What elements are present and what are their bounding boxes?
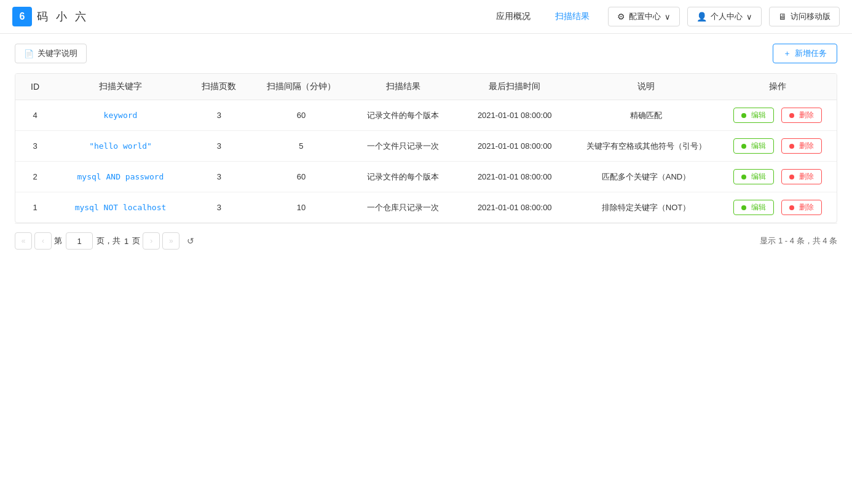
cell-interval: 60 (252, 100, 350, 131)
last-icon: » (169, 237, 173, 245)
cell-result: 记录文件的每个版本 (350, 162, 456, 192)
edit-dot (741, 175, 746, 179)
cell-pages: 3 (186, 192, 252, 223)
delete-label: 删除 (799, 110, 814, 120)
cell-keyword: "hello world" (55, 131, 186, 162)
user-center-label: 个人中心 (711, 11, 743, 22)
monitor-icon: 🖥 (778, 12, 787, 22)
cell-keyword: mysql NOT localhost (55, 192, 186, 223)
edit-dot (741, 205, 746, 210)
logo-area: 6 码 小 六 (12, 7, 89, 26)
next-icon: › (150, 237, 152, 245)
cell-desc: 排除特定关键字（NOT） (574, 192, 718, 223)
edit-button[interactable]: 编辑 (733, 138, 774, 154)
table-header-row: ID 扫描关键字 扫描页数 扫描间隔（分钟） 扫描结果 最后扫描时间 说明 操作 (15, 74, 837, 100)
edit-button[interactable]: 编辑 (733, 169, 774, 184)
col-header-id: ID (15, 74, 55, 100)
col-header-result: 扫描结果 (350, 74, 456, 100)
plus-icon: ＋ (783, 48, 791, 59)
cell-desc: 匹配多个关键字（AND） (574, 162, 718, 192)
header-actions: ⚙ 配置中心 ∨ 👤 个人中心 ∨ 🖥 访问移动版 (608, 7, 840, 26)
logo-title: 码 小 六 (37, 9, 89, 24)
table-row: 3 "hello world" 3 5 一个文件只记录一次 2021-01-01… (15, 131, 837, 162)
user-center-button[interactable]: 👤 个人中心 ∨ (687, 7, 762, 26)
mobile-version-label: 访问移动版 (791, 11, 830, 22)
display-text: 显示 1 - 4 条，共 4 条 (760, 236, 837, 245)
next-page-button[interactable]: › (143, 232, 160, 250)
col-header-action: 操作 (719, 74, 837, 100)
prev-page-button[interactable]: ‹ (34, 232, 52, 250)
cell-id: 3 (15, 131, 55, 162)
header: 6 码 小 六 应用概况 扫描结果 ⚙ 配置中心 ∨ 👤 个人中心 ∨ 🖥 访问… (0, 0, 852, 34)
cell-interval: 60 (252, 162, 350, 192)
delete-dot (789, 113, 794, 118)
delete-dot (789, 175, 794, 179)
edit-dot (741, 113, 746, 118)
toolbar: 📄 关键字说明 ＋ 新增任务 (15, 44, 837, 63)
cell-pages: 3 (186, 131, 252, 162)
pagination: « ‹ 第 页，共 1 页 › » ↺ 显示 1 - 4 条，共 4 (15, 223, 837, 258)
delete-button[interactable]: 删除 (781, 200, 822, 215)
cell-keyword: mysql AND password (55, 162, 186, 192)
edit-dot (741, 144, 746, 149)
cell-keyword: keyword (55, 100, 186, 131)
edit-button[interactable]: 编辑 (733, 200, 774, 215)
cell-desc: 精确匹配 (574, 100, 718, 131)
table-row: 4 keyword 3 60 记录文件的每个版本 2021-01-01 08:0… (15, 100, 837, 131)
refresh-button[interactable]: ↺ (182, 232, 199, 250)
cell-last-scan: 2021-01-01 08:00:00 (456, 192, 574, 223)
main-content: 📄 关键字说明 ＋ 新增任务 ID 扫描关键字 扫描页数 扫描间隔（分钟） 扫描… (0, 34, 852, 268)
delete-label: 删除 (799, 202, 814, 213)
last-page-button[interactable]: » (162, 232, 179, 250)
cell-action: 编辑 删除 (719, 192, 837, 223)
cell-result: 一个仓库只记录一次 (350, 192, 456, 223)
nav-app-overview[interactable]: 应用概况 (496, 9, 531, 25)
page-label-pre: 第 (54, 235, 62, 246)
user-icon: 👤 (696, 12, 707, 22)
first-page-button[interactable]: « (15, 232, 32, 250)
cell-action: 编辑 删除 (719, 162, 837, 192)
main-nav: 应用概况 扫描结果 (496, 9, 590, 25)
edit-label: 编辑 (751, 141, 766, 151)
cell-action: 编辑 删除 (719, 100, 837, 131)
cell-result: 一个文件只记录一次 (350, 131, 456, 162)
logo-icon: 6 (12, 7, 32, 26)
cell-action: 编辑 删除 (719, 131, 837, 162)
add-task-button[interactable]: ＋ 新增任务 (773, 44, 837, 63)
col-header-desc: 说明 (574, 74, 718, 100)
pagination-left: « ‹ 第 页，共 1 页 › » ↺ (15, 232, 199, 250)
edit-label: 编辑 (751, 110, 766, 120)
first-icon: « (22, 237, 26, 245)
col-header-interval: 扫描间隔（分钟） (252, 74, 350, 100)
delete-button[interactable]: 删除 (781, 108, 822, 123)
keyword-desc-label: 关键字说明 (37, 48, 77, 59)
cell-last-scan: 2021-01-01 08:00:00 (456, 100, 574, 131)
delete-button[interactable]: 删除 (781, 138, 822, 154)
nav-scan-result[interactable]: 扫描结果 (555, 9, 590, 25)
delete-label: 删除 (799, 171, 814, 182)
table-row: 2 mysql AND password 3 60 记录文件的每个版本 2021… (15, 162, 837, 192)
cell-pages: 3 (186, 100, 252, 131)
cell-interval: 5 (252, 131, 350, 162)
total-pages: 1 (124, 237, 128, 246)
chevron-down-icon: ∨ (665, 12, 671, 22)
config-center-button[interactable]: ⚙ 配置中心 ∨ (608, 7, 680, 26)
refresh-icon: ↺ (187, 236, 194, 246)
cell-last-scan: 2021-01-01 08:00:00 (456, 131, 574, 162)
cell-id: 4 (15, 100, 55, 131)
col-header-keyword: 扫描关键字 (55, 74, 186, 100)
delete-dot (789, 205, 794, 210)
edit-button[interactable]: 编辑 (733, 108, 774, 123)
gear-icon: ⚙ (617, 12, 625, 22)
doc-icon: 📄 (24, 49, 34, 58)
page-number-input[interactable] (66, 232, 93, 250)
mobile-version-button[interactable]: 🖥 访问移动版 (769, 7, 840, 26)
page-label-mid: 页，共 (97, 235, 120, 246)
keyword-desc-button[interactable]: 📄 关键字说明 (15, 44, 87, 63)
cell-interval: 10 (252, 192, 350, 223)
page-info: 第 页，共 1 页 (54, 232, 140, 250)
col-header-time: 最后扫描时间 (456, 74, 574, 100)
table-row: 1 mysql NOT localhost 3 10 一个仓库只记录一次 202… (15, 192, 837, 223)
col-header-pages: 扫描页数 (186, 74, 252, 100)
delete-button[interactable]: 删除 (781, 169, 822, 184)
